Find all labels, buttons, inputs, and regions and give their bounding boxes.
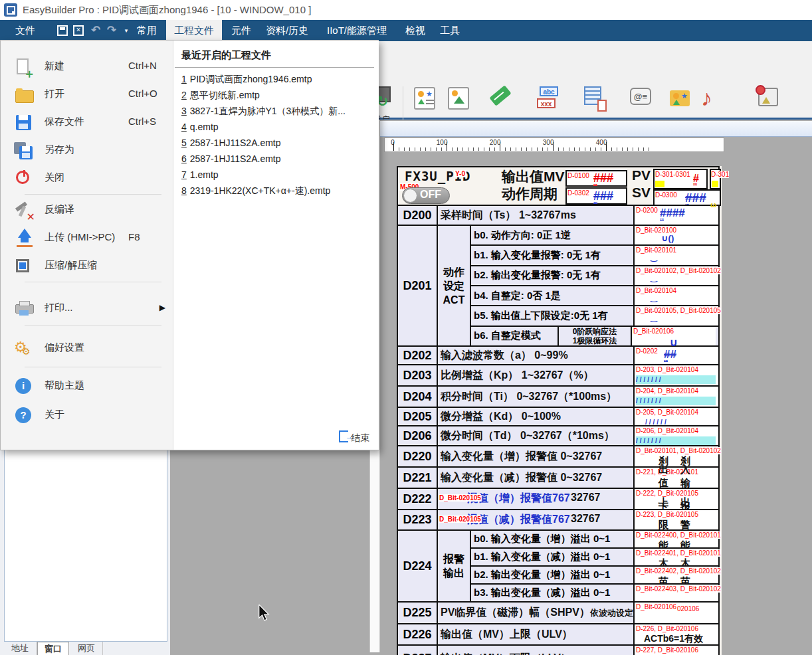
cycle-value-field[interactable]: D-0302 ### xyxy=(565,187,627,205)
table-subrow: b1. 输入变化量（减）溢出 0~1 D_Bit-022401, D_Bit-0… xyxy=(471,547,718,565)
tab-view[interactable]: 检视 xyxy=(400,20,431,41)
address-cell[interactable]: D-227, D_Bit-020106 xyxy=(633,646,718,655)
address-cell[interactable]: D-0200 #### xyxy=(633,206,718,225)
menu-item-save[interactable]: 保存文件Ctrl+S xyxy=(1,109,173,137)
menu-item-open[interactable]: 打开Ctrl+O xyxy=(1,81,173,109)
mouse-cursor xyxy=(258,605,270,624)
tab-object[interactable]: 元件 xyxy=(226,20,256,41)
address-cell[interactable]: D_Bit-022400, D_Bit-020101 能能 xyxy=(633,531,718,547)
table-subrow: b0. 动作方向: 0正 1逆 D_Bit-020100 ∪() xyxy=(471,226,718,244)
tab-iiot-energy[interactable]: IIoT/能源管理 xyxy=(318,20,396,41)
save-icon[interactable] xyxy=(57,25,68,36)
ribbon-tab-bar: 文件 ✕ ↶ ↷ ▾ 常用 工程文件 元件 资料/历史 IIoT/能源管理 检视… xyxy=(0,20,812,41)
address-cell[interactable]: D_Bit-020101 ‿ xyxy=(633,246,718,264)
tab-address[interactable]: 地址 xyxy=(4,642,37,655)
address-cell[interactable]: D-205, D_Bit-020104 ////// xyxy=(633,408,718,425)
macro-icon xyxy=(581,85,608,112)
address-cell[interactable]: D-226, D_Bit-020106 ACTb6=1有效 xyxy=(633,624,718,644)
tab-project-file[interactable]: 工程文件 xyxy=(166,20,222,41)
menu-item-close[interactable]: 关闭 xyxy=(1,165,173,193)
address-cell[interactable]: D-206, D_Bit-020104 /////// xyxy=(633,426,718,445)
recent-file-item[interactable]: 33827-1直焊为脉冲Y1（3种模式）新... xyxy=(181,106,375,122)
menu-separator xyxy=(25,194,161,195)
yellow-marker xyxy=(712,181,718,187)
tab-home[interactable]: 常用 xyxy=(132,20,162,41)
address-cell[interactable]: D_Bit-022402, D_Bit-020102 苗苗 xyxy=(633,567,718,583)
table-row: D227 输出值（MV）下限（LLV） D-227, D_Bit-020106 xyxy=(398,644,718,655)
address-cell[interactable]: D_Bit-020100 ∪() xyxy=(633,226,718,244)
divider xyxy=(175,67,374,68)
y-output-tag[interactable]: Y-0 xyxy=(454,170,466,177)
address-cell[interactable]: D-222, D_Bit-020105 上出 下报 xyxy=(633,489,718,509)
recent-file-item[interactable]: 71.emtp xyxy=(181,169,375,185)
tab-data-history[interactable]: 资料/历史 xyxy=(260,20,314,41)
menu-item-preferences[interactable]: ⚙⚙ 偏好设置 xyxy=(1,335,173,363)
horizontal-ruler: 0 100 200 300 400 xyxy=(384,138,724,152)
address-cell[interactable]: D_Bit-020104 ‿ xyxy=(633,286,718,305)
save-icon xyxy=(14,113,34,133)
recent-file-item[interactable]: 62587-1HJ11S2A.emtp xyxy=(181,153,375,169)
ruler-tick-label: 400 xyxy=(596,139,607,146)
hmi-design-window[interactable]: FX3U_PID Y-0 M-500 OFF 输出值MV D-0100 ### … xyxy=(397,166,722,655)
menu-item-new[interactable]: ＋ 新建Ctrl+N xyxy=(1,53,173,81)
print-icon xyxy=(14,299,34,319)
recent-file-item[interactable]: 82319-1HK22(XC+TK+α+-速).emtp xyxy=(181,185,375,201)
compile-icon[interactable]: ✕ xyxy=(73,25,84,36)
menu-item-compress[interactable]: 压缩/解压缩 xyxy=(1,252,173,280)
undo-icon[interactable]: ↶ xyxy=(89,24,102,37)
bottom-tab-bar: 地址 窗口 网页 xyxy=(0,642,170,655)
exit-icon: → xyxy=(339,430,348,442)
cycle-label: 动作周期 xyxy=(502,185,558,203)
address-cell[interactable]: D_Bit-020101, D_Bit-020102 刹刹 出入 xyxy=(633,446,718,466)
menu-item-print[interactable]: 打印... ▶ xyxy=(1,295,173,323)
question-icon: ? xyxy=(14,406,34,426)
tab-file[interactable]: 文件 xyxy=(9,20,41,41)
tab-tool[interactable]: 工具 xyxy=(435,20,465,41)
mv-value-field[interactable]: D-0100 ### xyxy=(565,170,627,187)
recent-file-item[interactable]: 4q.emtp xyxy=(181,122,375,138)
menu-item-upload[interactable]: 上传 (HMI->PC)F8 xyxy=(1,225,173,252)
info-icon: i xyxy=(14,377,34,397)
run-toggle-switch[interactable]: OFF xyxy=(402,187,450,204)
recent-file-item[interactable]: 2恩平切纸新.emtp xyxy=(181,90,375,106)
address-cell[interactable]: D_Bit-022403, D_Bit-020102 xyxy=(633,585,718,601)
recent-file-item[interactable]: 52587-1HJ11S2A.emtp xyxy=(181,138,375,153)
address-cell[interactable]: D-204, D_Bit-020104 /////// xyxy=(633,387,718,407)
recent-file-item[interactable]: 1PID调试画面zhong1946.emtp xyxy=(181,74,375,90)
string-table-icon: abcxxx xyxy=(536,85,562,112)
address-cell[interactable]: D-223, D_Bit-020105 限警 xyxy=(633,510,718,529)
address-cell[interactable]: D_Bit-020106 020106 xyxy=(633,603,718,623)
table-row: D223 D_Bit-020105 混值（减）报警值767 32767 D-22… xyxy=(398,509,718,529)
address-cell[interactable]: D_Bit-020102, D_Bit-020102 ‿ xyxy=(633,266,718,285)
table-subrow: b2. 输出变化量报警: 0无 1有 D_Bit-020102, D_Bit-0… xyxy=(471,265,718,285)
menu-item-about[interactable]: ? 关于 xyxy=(1,402,173,430)
power-icon xyxy=(14,169,34,189)
gear-icon: ⚙⚙ xyxy=(14,339,34,359)
menu-item-save-as[interactable]: 另存为 xyxy=(1,137,173,165)
address-cell[interactable]: D_Bit-020105, D_Bit-020105 ‿ xyxy=(633,306,718,325)
pv-label: PV xyxy=(632,167,651,183)
pv-value-field[interactable]: D-301-0301 # xyxy=(653,169,708,189)
tab-webpage[interactable]: 网页 xyxy=(70,642,103,655)
ruler-tick-label: 0 xyxy=(391,139,395,146)
address-cell[interactable]: D-0202 ## xyxy=(633,347,718,364)
picture-icon xyxy=(446,85,472,112)
pid-parameter-table: D200 采样时间（Ts） 1~32767ms D-0200 #### D201… xyxy=(397,205,720,655)
pv-aux-field[interactable]: D-301 xyxy=(710,169,721,189)
tab-window[interactable]: 窗口 xyxy=(37,642,69,655)
menu-item-decompile[interactable]: ✕ 反编译 xyxy=(1,197,173,225)
menu-item-help[interactable]: i 帮助主题 xyxy=(1,373,173,401)
address-cell[interactable]: D_Bit-022401, D_Bit-020101 木木 xyxy=(633,549,718,565)
end-button[interactable]: → 结束 xyxy=(339,430,369,444)
toggle-state-label: OFF xyxy=(420,189,441,201)
vector-graph-icon: ★ xyxy=(412,85,439,112)
address-cell[interactable]: D-203, D_Bit-020104 /////// xyxy=(633,365,718,385)
mv-label: 输出值MV xyxy=(502,167,565,186)
address-cell[interactable]: D_Bit-020106 ∪ xyxy=(631,327,716,345)
menu-separator xyxy=(25,282,161,282)
decompile-icon: ✕ xyxy=(14,201,34,221)
table-row-group: D201 动作 设定 ACT b0. 动作方向: 0正 1逆 D_Bit-020… xyxy=(398,225,718,345)
redo-icon[interactable]: ↷ xyxy=(105,24,118,37)
table-row: D202 输入滤波常数（a） 0~99% D-0202 ## xyxy=(398,345,718,364)
quickbar-dropdown-icon[interactable]: ▾ xyxy=(120,24,133,37)
